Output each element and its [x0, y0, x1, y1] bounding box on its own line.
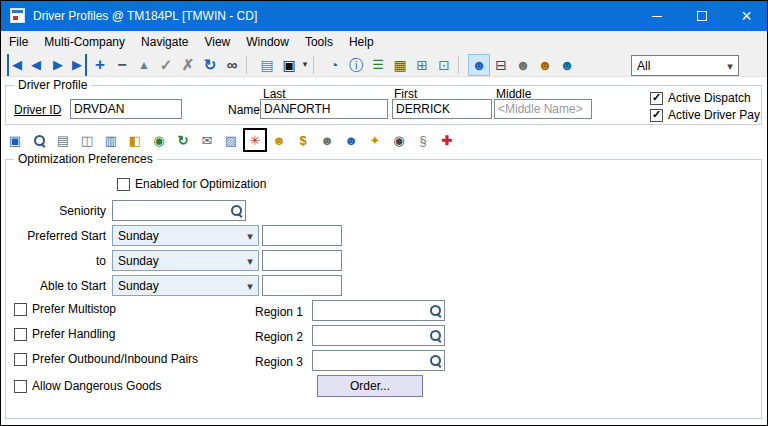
- carrier-people-icon[interactable]: ☻: [512, 54, 534, 76]
- search-icon[interactable]: [29, 130, 49, 150]
- region3-input[interactable]: [313, 351, 426, 370]
- magnifier-glyph: [33, 134, 46, 147]
- menu-navigate[interactable]: Navigate: [133, 31, 196, 53]
- magnifier-icon: [429, 304, 442, 317]
- region2-label: Region 2: [255, 330, 303, 344]
- seniority-lookup-button[interactable]: [227, 201, 245, 220]
- notes-icon[interactable]: ▥: [101, 130, 121, 150]
- region1-field[interactable]: [312, 300, 445, 321]
- money-icon[interactable]: $: [293, 130, 313, 150]
- chevron-down-icon: [242, 229, 258, 243]
- filter-dropdown[interactable]: All: [631, 55, 739, 76]
- menu-view[interactable]: View: [196, 31, 238, 53]
- screen-icon[interactable]: ▣: [278, 54, 300, 76]
- save-icon[interactable]: ▣: [5, 130, 25, 150]
- driver-id-input[interactable]: [70, 99, 182, 119]
- order-button[interactable]: Order...: [317, 375, 423, 397]
- menu-tools[interactable]: Tools: [297, 31, 341, 53]
- prefer-outbound-inbound-checkbox[interactable]: Prefer Outbound/Inbound Pairs: [14, 352, 198, 366]
- driver-profile-group-label: Driver Profile: [14, 78, 91, 92]
- region2-lookup-button[interactable]: [426, 326, 444, 345]
- document-icon[interactable]: ▤: [53, 130, 73, 150]
- first-name-input[interactable]: [392, 99, 492, 119]
- region3-lookup-button[interactable]: [426, 351, 444, 370]
- ledger-icon[interactable]: ▦: [389, 54, 411, 76]
- nav-next-icon[interactable]: ▶: [47, 54, 69, 76]
- preferred-start-select[interactable]: Sunday: [112, 225, 259, 246]
- region2-field[interactable]: [312, 325, 445, 346]
- driver-pay-icon[interactable]: ☻: [269, 130, 289, 150]
- seniority-input[interactable]: [113, 201, 227, 220]
- region1-input[interactable]: [313, 301, 426, 320]
- delete-record-icon[interactable]: −: [111, 54, 133, 76]
- checkbox-label: Allow Dangerous Goods: [32, 379, 161, 393]
- maximize-button[interactable]: [679, 1, 724, 31]
- checkbox-box: [14, 328, 27, 341]
- prefer-multistop-checkbox[interactable]: Prefer Multistop: [14, 302, 116, 316]
- menu-help[interactable]: Help: [341, 31, 382, 53]
- last-name-input[interactable]: [260, 99, 388, 119]
- refresh-icon[interactable]: ↻: [199, 54, 221, 76]
- nav-prev-icon[interactable]: ◀: [25, 54, 47, 76]
- allow-dangerous-goods-checkbox[interactable]: Allow Dangerous Goods: [14, 379, 161, 393]
- preferred-start-time-input[interactable]: [262, 225, 342, 246]
- books-icon[interactable]: ☰: [367, 54, 389, 76]
- sync-icon[interactable]: ↻: [173, 130, 193, 150]
- enabled-for-optimization-checkbox[interactable]: Enabled for Optimization: [117, 177, 266, 191]
- menu-window[interactable]: Window: [238, 31, 297, 53]
- chart-icon[interactable]: ▨: [221, 130, 241, 150]
- info-icon[interactable]: ⓘ: [345, 54, 367, 76]
- prefer-handling-checkbox[interactable]: Prefer Handling: [14, 327, 115, 341]
- active-dispatch-checkbox[interactable]: Active Dispatch: [650, 91, 751, 105]
- able-to-start-time-input[interactable]: [262, 275, 342, 296]
- person-search-icon[interactable]: ☻: [534, 54, 556, 76]
- checkbox-box: [14, 353, 27, 366]
- person-icon[interactable]: ☻: [341, 130, 361, 150]
- nav-first-icon[interactable]: ◀: [7, 54, 25, 76]
- print-icon[interactable]: ▤: [256, 54, 278, 76]
- active-driver-pay-checkbox[interactable]: Active Driver Pay: [650, 108, 760, 122]
- to-time-input[interactable]: [262, 250, 342, 271]
- driver-id-label[interactable]: Driver ID: [14, 103, 61, 117]
- driver-icon[interactable]: ☻: [468, 54, 490, 76]
- magnifier-icon: [230, 204, 243, 217]
- region3-field[interactable]: [312, 350, 445, 371]
- workstation-icon[interactable]: ⊟: [490, 54, 512, 76]
- binoculars-icon[interactable]: ∞: [221, 54, 243, 76]
- first-aid-icon[interactable]: ✚: [437, 130, 457, 150]
- people-icon[interactable]: ☻: [317, 130, 337, 150]
- minimize-button[interactable]: [634, 1, 679, 31]
- add-record-icon[interactable]: +: [89, 54, 111, 76]
- toolbar-separator: [246, 56, 253, 74]
- insert-record-icon[interactable]: ▲: [133, 54, 155, 76]
- confirm-icon[interactable]: ✓: [155, 54, 177, 76]
- menu-multi-company[interactable]: Multi-Company: [36, 31, 133, 53]
- to-day-select[interactable]: Sunday: [112, 250, 259, 271]
- optimization-icon[interactable]: ✳: [245, 130, 265, 150]
- paperclip-icon[interactable]: §: [413, 130, 433, 150]
- copy-icon[interactable]: ◫: [77, 130, 97, 150]
- nav-last-icon[interactable]: ▶: [69, 54, 87, 76]
- middle-name-input[interactable]: [494, 99, 592, 119]
- window-cascade-icon[interactable]: ⊞: [411, 54, 433, 76]
- window-tile-icon[interactable]: ⊡: [433, 54, 455, 76]
- able-to-start-select[interactable]: Sunday: [112, 275, 259, 296]
- cancel-icon[interactable]: ✗: [177, 54, 199, 76]
- database-icon[interactable]: ◉: [149, 130, 169, 150]
- close-button[interactable]: [724, 1, 768, 31]
- menu-file[interactable]: File: [1, 31, 36, 53]
- person-badge-icon[interactable]: ☻: [556, 54, 578, 76]
- region2-input[interactable]: [313, 326, 426, 345]
- optimization-preferences-group: Optimization Preferences Enabled for Opt…: [5, 159, 762, 419]
- folder-icon[interactable]: ◧: [125, 130, 145, 150]
- mail-icon[interactable]: ✉: [197, 130, 217, 150]
- clock-icon[interactable]: ◔: [323, 54, 345, 76]
- seniority-field[interactable]: [112, 200, 246, 221]
- region1-lookup-button[interactable]: [426, 301, 444, 320]
- name-label: Name: [228, 103, 260, 117]
- region3-label: Region 3: [255, 355, 303, 369]
- toolbar-separator: [458, 56, 465, 74]
- eye-icon[interactable]: ◉: [389, 130, 409, 150]
- screen-dropdown-icon[interactable]: ▾: [300, 54, 310, 76]
- key-icon[interactable]: ✦: [365, 130, 385, 150]
